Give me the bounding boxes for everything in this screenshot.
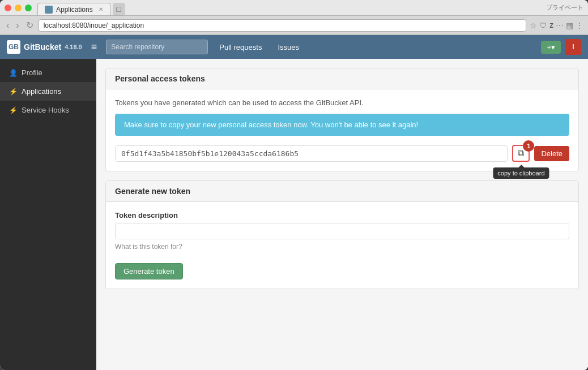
more-icon[interactable]: ⋯: [556, 21, 564, 30]
sidebar: 👤 Profile ⚡ Applications ⚡ Service Hooks: [0, 59, 96, 370]
browser-titlebar: Applications ✕ □ プライベート: [0, 0, 588, 16]
issues-link[interactable]: Issues: [273, 41, 304, 54]
forward-button[interactable]: ›: [14, 20, 20, 31]
private-label: プライベート: [546, 3, 583, 12]
brand-version: 4.18.0: [65, 44, 82, 50]
search-input[interactable]: [106, 40, 208, 54]
generate-token-button[interactable]: Generate token: [115, 263, 183, 279]
generate-token-card: Generate new token Token description Wha…: [105, 180, 579, 289]
sidebar-label-service-hooks: Service Hooks: [22, 106, 69, 114]
hamburger-button[interactable]: ≡: [89, 41, 100, 53]
token-hint: What is this token for?: [115, 243, 569, 251]
section-header-tokens: Personal access tokens: [106, 68, 578, 89]
top-navbar: GB GitBucket 4.18.0 ≡ Pull requests Issu…: [0, 35, 588, 59]
star-icon[interactable]: ☆: [530, 21, 537, 30]
sidebar-label-profile: Profile: [22, 68, 42, 77]
grid-icon[interactable]: ▦: [566, 21, 573, 30]
copy-to-clipboard-button[interactable]: ⧉ 1: [512, 145, 530, 162]
section-title-tokens: Personal access tokens: [115, 74, 205, 83]
menu-icon[interactable]: ⋮: [576, 21, 583, 30]
info-text: Tokens you have generated which can be u…: [115, 98, 569, 107]
sidebar-item-applications[interactable]: ⚡ Applications: [0, 82, 96, 101]
token-description-group: Token description What is this token for…: [115, 211, 569, 251]
sidebar-item-profile[interactable]: 👤 Profile: [0, 63, 96, 82]
tab-title: Applications: [56, 6, 93, 14]
app-wrapper: GB GitBucket 4.18.0 ≡ Pull requests Issu…: [0, 35, 588, 370]
brand-logo: GB: [7, 40, 20, 54]
nav-actions: +▾ I: [541, 39, 581, 55]
sidebar-item-service-hooks[interactable]: ⚡ Service Hooks: [0, 101, 96, 119]
token-value-input[interactable]: [115, 145, 508, 162]
brand: GB GitBucket 4.18.0: [7, 40, 82, 54]
address-text: localhost:8080/inoue/_application: [44, 21, 144, 29]
new-tab-button[interactable]: □: [113, 3, 125, 15]
window-controls: [5, 5, 32, 11]
section-body-tokens: Tokens you have generated which can be u…: [106, 89, 578, 171]
shield-icon[interactable]: 🛡: [539, 21, 547, 30]
profile-icon: 👤: [9, 69, 17, 77]
pull-requests-link[interactable]: Pull requests: [215, 41, 266, 54]
back-button[interactable]: ‹: [5, 20, 11, 31]
tab-bar: Applications ✕ □: [37, 0, 546, 15]
personal-access-tokens-card: Personal access tokens Tokens you have g…: [105, 68, 579, 171]
alert-banner: Make sure to copy your new personal acce…: [115, 114, 569, 136]
copy-btn-wrapper: ⧉ 1 copy to clipboard: [512, 145, 530, 162]
maximize-dot[interactable]: [25, 5, 32, 11]
copy-tooltip: copy to clipboard: [493, 167, 549, 179]
section-title-generate: Generate new token: [115, 187, 190, 196]
z-icon[interactable]: Z: [549, 22, 553, 29]
main-area: 👤 Profile ⚡ Applications ⚡ Service Hooks: [0, 59, 588, 370]
token-row: ⧉ 1 copy to clipboard Delete: [115, 145, 569, 162]
tab-close-icon[interactable]: ✕: [99, 6, 103, 12]
close-dot[interactable]: [5, 5, 11, 11]
reload-button[interactable]: ↻: [24, 20, 35, 31]
tab-favicon: [45, 6, 53, 14]
section-header-generate: Generate new token: [106, 181, 578, 202]
delete-button[interactable]: Delete: [534, 146, 569, 161]
user-avatar[interactable]: I: [565, 39, 581, 55]
copy-badge: 1: [523, 140, 534, 152]
active-tab[interactable]: Applications ✕: [37, 3, 110, 15]
add-button[interactable]: +▾: [541, 41, 561, 54]
service-hooks-icon: ⚡: [9, 106, 17, 114]
token-description-label: Token description: [115, 211, 569, 220]
minimize-dot[interactable]: [15, 5, 22, 11]
sidebar-label-applications: Applications: [22, 87, 61, 96]
brand-name: GitBucket: [24, 42, 61, 51]
content: Personal access tokens Tokens you have g…: [96, 59, 588, 370]
address-bar[interactable]: localhost:8080/inoue/_application: [39, 19, 527, 32]
nav-icons: ☆ 🛡 Z ⋯ ▦ ⋮: [530, 21, 583, 30]
clipboard-icon: ⧉: [518, 148, 524, 158]
token-description-input[interactable]: [115, 223, 569, 239]
browser-navbar: ‹ › ↻ localhost:8080/inoue/_application …: [0, 16, 588, 35]
section-body-generate: Token description What is this token for…: [106, 202, 578, 289]
applications-icon: ⚡: [9, 88, 17, 96]
